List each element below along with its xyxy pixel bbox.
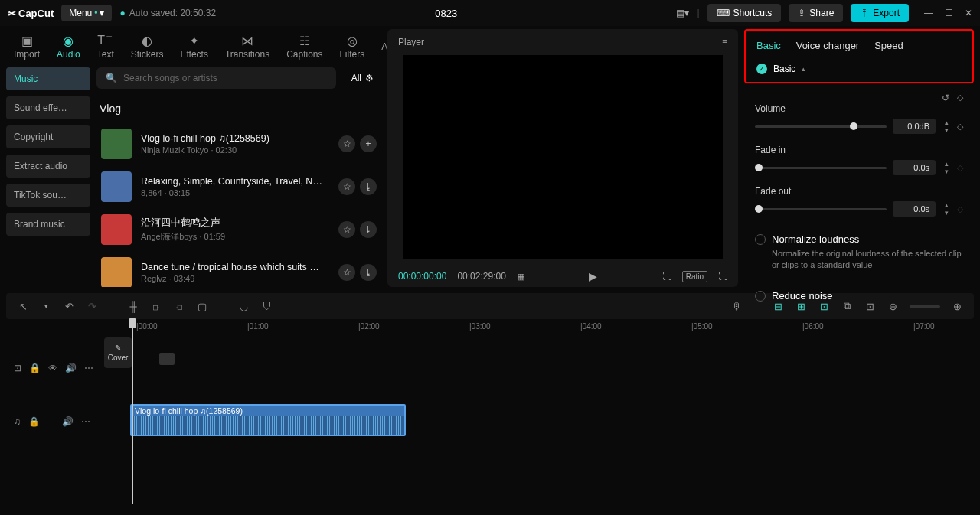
lock-icon[interactable]: 🔒 bbox=[28, 416, 40, 427]
fadeout-keyframe-icon[interactable]: ◇ bbox=[957, 204, 963, 214]
nav-effects[interactable]: ✦Effects bbox=[172, 32, 215, 61]
cat-brand-music[interactable]: Brand music bbox=[6, 213, 90, 236]
fadein-slider[interactable] bbox=[755, 167, 887, 169]
shield-icon[interactable]: ⛉ bbox=[260, 301, 273, 312]
split-right-icon[interactable]: ⟤ bbox=[173, 301, 185, 312]
nav-stickers[interactable]: ◐Stickers bbox=[123, 32, 172, 61]
song-item[interactable]: 沿河四中鹤鸣之声 Angel海洋boys · 01:59 ☆ ⭳ bbox=[96, 208, 381, 251]
download-icon[interactable]: ⭳ bbox=[360, 264, 377, 281]
track-more-icon[interactable]: ⋯ bbox=[84, 363, 93, 373]
mic-icon[interactable]: 🎙 bbox=[730, 301, 743, 312]
basic-checkbox[interactable]: ✓ bbox=[756, 64, 767, 74]
maximize-icon[interactable]: ☐ bbox=[945, 8, 953, 18]
volume-slider[interactable] bbox=[755, 125, 887, 128]
track-out-icon[interactable]: ⊡ bbox=[14, 363, 21, 373]
song-item[interactable]: Vlog lo-fi chill hop ♫(1258569) Ninja Mu… bbox=[96, 122, 381, 165]
ratio-button[interactable]: Ratio bbox=[682, 271, 707, 282]
zoom-slider[interactable] bbox=[910, 305, 940, 308]
favorite-icon[interactable]: ☆ bbox=[338, 221, 355, 238]
nav-import[interactable]: ▣Import bbox=[6, 32, 47, 61]
marker-icon[interactable]: ◡ bbox=[237, 301, 250, 312]
mute-icon[interactable]: 🔊 bbox=[62, 416, 74, 427]
cover-button[interactable]: ✎Cover bbox=[104, 337, 132, 368]
nav-captions[interactable]: ☷Captions bbox=[279, 32, 330, 61]
favorite-icon[interactable]: ☆ bbox=[338, 178, 355, 195]
fadeout-stepper[interactable]: ▴▾ bbox=[942, 201, 951, 217]
nav-text[interactable]: T𝙸Text bbox=[90, 32, 122, 61]
favorite-icon[interactable]: ☆ bbox=[338, 135, 355, 152]
shortcuts-button[interactable]: ⌨ Shortcuts bbox=[707, 4, 782, 22]
volume-keyframe-icon[interactable]: ◇ bbox=[957, 122, 963, 132]
search-input[interactable]: 🔍Search songs or artists bbox=[96, 67, 336, 89]
zoom-out-icon[interactable]: ⊖ bbox=[887, 301, 899, 312]
fadein-stepper[interactable]: ▴▾ bbox=[942, 160, 951, 175]
align-icon[interactable]: ⧉ bbox=[841, 300, 853, 312]
undo-icon[interactable]: ↶ bbox=[63, 301, 75, 312]
eye-icon[interactable]: 👁 bbox=[48, 363, 57, 373]
lock-icon[interactable]: 🔒 bbox=[29, 363, 41, 373]
layout-icon[interactable]: ▤▾ bbox=[676, 8, 689, 18]
download-icon[interactable]: ⭳ bbox=[360, 178, 377, 195]
cat-tiktok-sounds[interactable]: TikTok sou… bbox=[6, 184, 90, 207]
player-viewport[interactable] bbox=[403, 55, 723, 259]
tab-speed[interactable]: Speed bbox=[874, 40, 903, 51]
magnet-icon[interactable]: ⊞ bbox=[795, 301, 807, 312]
filter-all-button[interactable]: All ⚙ bbox=[344, 68, 381, 88]
fadein-keyframe-icon[interactable]: ◇ bbox=[957, 163, 963, 173]
nav-transitions[interactable]: ⋈Transitions bbox=[217, 32, 277, 61]
magnet-main-icon[interactable]: ⊟ bbox=[772, 301, 784, 312]
tab-basic[interactable]: Basic bbox=[756, 40, 781, 51]
cat-sound-effects[interactable]: Sound effe… bbox=[6, 96, 90, 119]
cat-music[interactable]: Music bbox=[6, 67, 90, 90]
track-more-icon[interactable]: ⋯ bbox=[81, 416, 90, 427]
menu-button[interactable]: Menu • ▾ bbox=[61, 5, 112, 21]
audio-track-icon[interactable]: ♫ bbox=[14, 416, 21, 427]
fullscreen-icon[interactable]: ⛶ bbox=[718, 271, 727, 282]
selection-tool-icon[interactable]: ↖ bbox=[17, 301, 29, 312]
selection-dropdown-icon[interactable]: ▾ bbox=[40, 302, 52, 310]
plus-icon[interactable]: + bbox=[360, 135, 377, 152]
crop-icon[interactable]: ⛶ bbox=[662, 271, 671, 282]
category-list: Music Sound effe… Copyright Extract audi… bbox=[6, 64, 90, 287]
link-icon[interactable]: ⊡ bbox=[818, 301, 830, 312]
playhead[interactable] bbox=[132, 320, 133, 504]
nav-filters[interactable]: ◎Filters bbox=[332, 32, 373, 61]
keyframe-icon[interactable]: ◇ bbox=[957, 93, 963, 103]
grid-icon[interactable]: ▦ bbox=[517, 272, 524, 282]
tracks: ⊡ 🔒 👁 🔊 ⋯ ✎Cover ♫ 🔒 🔊 ⋯ Vlog lo- bbox=[6, 337, 974, 445]
split-icon[interactable]: ╫ bbox=[127, 301, 139, 312]
minimize-icon[interactable]: — bbox=[924, 8, 933, 18]
normalize-row[interactable]: Normalize loudness Normalize the origina… bbox=[755, 227, 963, 278]
download-icon[interactable]: ⭳ bbox=[360, 221, 377, 238]
mute-icon[interactable]: 🔊 bbox=[65, 363, 77, 373]
song-item[interactable]: Dance tune / tropical house which suits … bbox=[96, 251, 381, 287]
export-button[interactable]: ⭱ Export bbox=[851, 4, 909, 22]
share-button[interactable]: ⇪ Share bbox=[789, 4, 843, 22]
nav-audio[interactable]: ◉Audio bbox=[49, 32, 88, 61]
song-item[interactable]: Relaxing, Simple, Countryside, Travel, N… bbox=[96, 165, 381, 208]
audio-clip[interactable]: Vlog lo-fi chill hop ♫(1258569) bbox=[130, 404, 406, 436]
preview-icon[interactable]: ⊡ bbox=[864, 301, 876, 312]
reduce-noise-checkbox[interactable] bbox=[755, 291, 766, 302]
fadeout-slider[interactable] bbox=[755, 208, 887, 210]
close-icon[interactable]: ✕ bbox=[965, 8, 972, 18]
delete-icon[interactable]: ▢ bbox=[196, 301, 208, 312]
volume-stepper[interactable]: ▴▾ bbox=[942, 119, 951, 134]
reduce-noise-row[interactable]: Reduce noise bbox=[755, 284, 963, 308]
chevron-up-icon[interactable]: ▴ bbox=[802, 65, 805, 73]
volume-value[interactable]: 0.0dB bbox=[893, 119, 936, 134]
zoom-in-icon[interactable]: ⊕ bbox=[951, 301, 963, 312]
cat-copyright[interactable]: Copyright bbox=[6, 125, 90, 148]
redo-icon[interactable]: ↷ bbox=[86, 301, 98, 312]
favorite-icon[interactable]: ☆ bbox=[338, 264, 355, 281]
player-menu-icon[interactable]: ≡ bbox=[722, 37, 727, 47]
play-button[interactable]: ▶ bbox=[589, 270, 597, 282]
normalize-checkbox[interactable] bbox=[755, 234, 766, 245]
time-ruler[interactable]: |00:00|01:00|02:00|03:00|04:00|05:00|06:… bbox=[106, 319, 974, 337]
fadeout-value[interactable]: 0.0s bbox=[893, 201, 936, 217]
split-left-icon[interactable]: ⟥ bbox=[150, 301, 162, 312]
fadein-value[interactable]: 0.0s bbox=[893, 160, 936, 175]
reset-icon[interactable]: ↺ bbox=[942, 93, 949, 103]
cat-extract-audio[interactable]: Extract audio bbox=[6, 155, 90, 178]
tab-voice-changer[interactable]: Voice changer bbox=[796, 40, 859, 51]
